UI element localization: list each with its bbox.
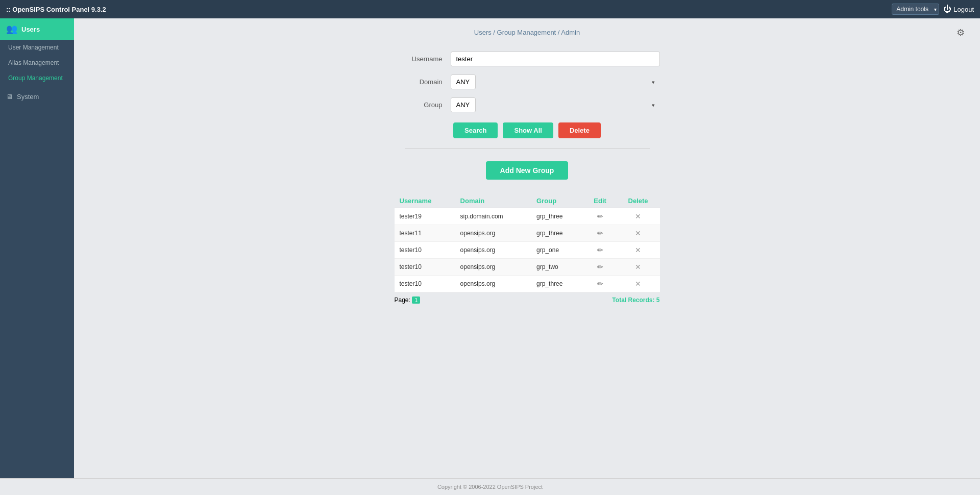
domain-select-container: ANY — [451, 75, 660, 89]
col-group: Group — [531, 194, 584, 208]
cell-username: tester10 — [395, 242, 455, 259]
table-row: tester10 opensips.org grp_three ✏ ✕ — [395, 276, 660, 292]
cell-edit: ✏ — [584, 276, 617, 292]
col-edit: Edit — [584, 194, 617, 208]
table-row: tester10 opensips.org grp_two ✏ ✕ — [395, 259, 660, 276]
edit-button[interactable]: ✏ — [596, 228, 604, 238]
cell-domain: opensips.org — [455, 276, 532, 292]
cell-domain: opensips.org — [455, 259, 532, 276]
row-delete-button[interactable]: ✕ — [634, 245, 642, 255]
footer: Copyright © 2006-2022 OpenSIPS Project — [0, 478, 980, 495]
cell-domain: opensips.org — [455, 225, 532, 242]
add-new-group-button[interactable]: Add New Group — [486, 161, 569, 180]
col-username: Username — [395, 194, 455, 208]
copyright: Copyright © 2006-2022 OpenSIPS Project — [437, 484, 543, 490]
sidebar-system-label: System — [17, 93, 39, 101]
admin-tools-select[interactable]: Admin tools — [892, 4, 939, 15]
cell-group: grp_one — [531, 242, 584, 259]
sidebar-group-management-label: Group Management — [8, 75, 63, 82]
add-group-row: Add New Group — [89, 161, 965, 180]
monitor-icon: 🖥 — [6, 93, 13, 101]
cell-username: tester11 — [395, 225, 455, 242]
cell-delete: ✕ — [617, 276, 660, 292]
col-delete: Delete — [617, 194, 660, 208]
search-form: Username Domain ANY Group ANY — [395, 52, 660, 112]
sidebar-users-header[interactable]: 👥 Users — [0, 18, 74, 40]
page-label: Page: — [395, 296, 410, 304]
sidebar-alias-management-label: Alias Management — [8, 59, 59, 66]
table-row: tester11 opensips.org grp_three ✏ ✕ — [395, 225, 660, 242]
sidebar: 👥 Users User Management Alias Management… — [0, 18, 74, 478]
breadcrumb: Users / Group Management / Admin — [474, 29, 580, 36]
table-body: tester19 sip.domain.com grp_three ✏ ✕ te… — [395, 208, 660, 292]
app-title: :: OpenSIPS Control Panel 9.3.2 — [6, 6, 106, 13]
group-row: Group ANY — [395, 97, 660, 112]
topbar-right: Admin tools ⏻ Logout — [892, 4, 974, 15]
main-content: Users / Group Management / Admin ⚙ Usern… — [74, 18, 980, 478]
row-delete-button[interactable]: ✕ — [634, 228, 642, 238]
cell-domain: opensips.org — [455, 242, 532, 259]
cell-delete: ✕ — [617, 259, 660, 276]
row-delete-button[interactable]: ✕ — [634, 279, 642, 289]
users-icon: 👥 — [6, 23, 17, 35]
delete-button[interactable]: Delete — [558, 122, 601, 138]
row-delete-button[interactable]: ✕ — [634, 211, 642, 221]
username-input[interactable] — [451, 52, 660, 66]
sidebar-item-user-management[interactable]: User Management — [0, 40, 74, 55]
topbar: :: OpenSIPS Control Panel 9.3.2 Admin to… — [0, 0, 980, 18]
cell-group: grp_three — [531, 225, 584, 242]
settings-icon-button[interactable]: ⚙ — [957, 27, 965, 38]
sidebar-item-alias-management[interactable]: Alias Management — [0, 55, 74, 70]
row-delete-button[interactable]: ✕ — [634, 262, 642, 272]
col-domain: Domain — [455, 194, 532, 208]
sidebar-item-group-management[interactable]: Group Management — [0, 70, 74, 86]
domain-label: Domain — [395, 78, 451, 86]
show-all-button[interactable]: Show All — [503, 122, 553, 138]
gear-icon: ⚙ — [957, 28, 965, 38]
logout-button[interactable]: ⏻ Logout — [943, 5, 974, 14]
cell-delete: ✕ — [617, 208, 660, 225]
admin-tools-wrapper: Admin tools — [892, 4, 939, 15]
edit-button[interactable]: ✏ — [596, 211, 604, 221]
action-buttons: Search Show All Delete — [89, 122, 965, 138]
group-select-container: ANY — [451, 97, 660, 112]
cell-delete: ✕ — [617, 225, 660, 242]
sidebar-user-management-label: User Management — [8, 44, 59, 51]
cell-edit: ✏ — [584, 208, 617, 225]
group-label: Group — [395, 101, 451, 109]
cell-username: tester10 — [395, 259, 455, 276]
cell-domain: sip.domain.com — [455, 208, 532, 225]
main-layout: 👥 Users User Management Alias Management… — [0, 18, 980, 478]
total-records: Total Records: 5 — [612, 296, 659, 304]
domain-row: Domain ANY — [395, 75, 660, 89]
domain-select[interactable]: ANY — [451, 75, 476, 89]
edit-button[interactable]: ✏ — [596, 279, 604, 289]
logout-label: Logout — [953, 6, 974, 13]
breadcrumb-bar: Users / Group Management / Admin ⚙ — [89, 29, 965, 36]
cell-edit: ✏ — [584, 242, 617, 259]
sidebar-item-system[interactable]: 🖥 System — [0, 88, 74, 106]
cell-edit: ✏ — [584, 259, 617, 276]
page-number[interactable]: 1 — [412, 296, 420, 304]
edit-button[interactable]: ✏ — [596, 245, 604, 255]
cell-group: grp_three — [531, 208, 584, 225]
cell-group: grp_two — [531, 259, 584, 276]
username-label: Username — [395, 55, 451, 63]
pagination-row: Page: 1 Total Records: 5 — [395, 296, 660, 304]
group-select[interactable]: ANY — [451, 97, 476, 112]
header-row: Username Domain Group Edit Delete — [395, 194, 660, 208]
cell-delete: ✕ — [617, 242, 660, 259]
section-divider — [405, 148, 650, 149]
edit-button[interactable]: ✏ — [596, 262, 604, 272]
cell-username: tester19 — [395, 208, 455, 225]
page-info: Page: 1 — [395, 296, 421, 304]
cell-edit: ✏ — [584, 225, 617, 242]
username-row: Username — [395, 52, 660, 66]
table-row: tester19 sip.domain.com grp_three ✏ ✕ — [395, 208, 660, 225]
power-icon: ⏻ — [943, 5, 951, 14]
cell-group: grp_three — [531, 276, 584, 292]
cell-username: tester10 — [395, 276, 455, 292]
table-row: tester10 opensips.org grp_one ✏ ✕ — [395, 242, 660, 259]
results-table: Username Domain Group Edit Delete tester… — [395, 194, 660, 292]
search-button[interactable]: Search — [453, 122, 498, 138]
